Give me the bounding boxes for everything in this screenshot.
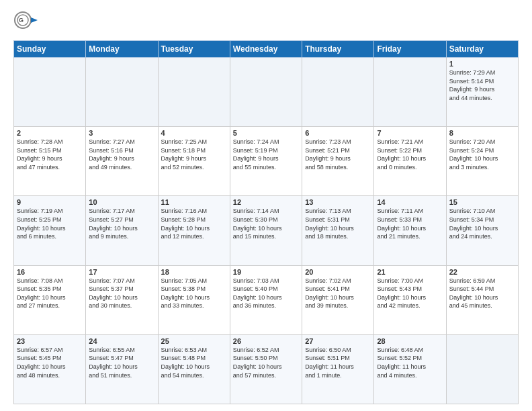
calendar-cell: 25Sunrise: 6:53 AM Sunset: 5:48 PM Dayli… [158, 334, 230, 404]
calendar-week-2: 2Sunrise: 7:28 AM Sunset: 5:15 PM Daylig… [14, 127, 519, 196]
day-info: Sunrise: 7:03 AM Sunset: 5:40 PM Dayligh… [233, 277, 299, 310]
calendar-cell: 17Sunrise: 7:07 AM Sunset: 5:37 PM Dayli… [86, 265, 158, 334]
calendar-body: 1Sunrise: 7:29 AM Sunset: 5:14 PM Daylig… [14, 58, 519, 404]
day-info: Sunrise: 7:29 AM Sunset: 5:14 PM Dayligh… [449, 68, 515, 102]
day-number: 17 [89, 268, 154, 276]
svg-text:G: G [19, 17, 24, 24]
day-number: 27 [305, 337, 371, 345]
calendar-cell: 1Sunrise: 7:29 AM Sunset: 5:14 PM Daylig… [446, 58, 518, 127]
day-number: 11 [161, 198, 227, 206]
calendar-cell: 6Sunrise: 7:23 AM Sunset: 5:21 PM Daylig… [302, 127, 374, 196]
calendar-cell: 13Sunrise: 7:13 AM Sunset: 5:31 PM Dayli… [302, 196, 374, 265]
weekday-header-thursday: Thursday [302, 41, 374, 58]
calendar-cell: 23Sunrise: 6:57 AM Sunset: 5:45 PM Dayli… [14, 334, 86, 404]
logo: G [13, 11, 39, 35]
calendar-cell: 16Sunrise: 7:08 AM Sunset: 5:35 PM Dayli… [14, 265, 86, 334]
day-number: 2 [17, 129, 83, 137]
day-number: 12 [233, 198, 299, 206]
calendar-cell: 7Sunrise: 7:21 AM Sunset: 5:22 PM Daylig… [374, 127, 446, 196]
day-info: Sunrise: 6:53 AM Sunset: 5:48 PM Dayligh… [161, 346, 227, 379]
day-info: Sunrise: 7:27 AM Sunset: 5:16 PM Dayligh… [89, 138, 154, 171]
calendar-cell [230, 58, 302, 127]
day-info: Sunrise: 6:55 AM Sunset: 5:47 PM Dayligh… [89, 346, 154, 379]
calendar-cell [374, 58, 446, 127]
calendar-cell: 9Sunrise: 7:19 AM Sunset: 5:25 PM Daylig… [14, 196, 86, 265]
calendar-cell: 4Sunrise: 7:25 AM Sunset: 5:18 PM Daylig… [158, 127, 230, 196]
weekday-header-wednesday: Wednesday [230, 41, 302, 58]
day-number: 15 [449, 198, 515, 206]
weekday-header-saturday: Saturday [446, 41, 518, 58]
day-number: 14 [377, 198, 443, 206]
day-number: 10 [89, 198, 154, 206]
calendar-cell [446, 334, 518, 404]
day-number: 25 [161, 337, 227, 345]
day-info: Sunrise: 7:08 AM Sunset: 5:35 PM Dayligh… [17, 277, 83, 310]
calendar-cell: 11Sunrise: 7:16 AM Sunset: 5:28 PM Dayli… [158, 196, 230, 265]
calendar-cell: 20Sunrise: 7:02 AM Sunset: 5:41 PM Dayli… [302, 265, 374, 334]
day-info: Sunrise: 7:00 AM Sunset: 5:43 PM Dayligh… [377, 277, 443, 310]
day-number: 21 [377, 268, 443, 276]
svg-marker-3 [31, 17, 38, 23]
weekday-header-tuesday: Tuesday [158, 41, 230, 58]
day-number: 1 [449, 60, 515, 68]
day-number: 19 [233, 268, 299, 276]
calendar-cell: 27Sunrise: 6:50 AM Sunset: 5:51 PM Dayli… [302, 334, 374, 404]
day-number: 16 [17, 268, 83, 276]
calendar-cell: 2Sunrise: 7:28 AM Sunset: 5:15 PM Daylig… [14, 127, 86, 196]
calendar-cell: 15Sunrise: 7:10 AM Sunset: 5:34 PM Dayli… [446, 196, 518, 265]
day-number: 13 [305, 198, 371, 206]
day-info: Sunrise: 7:02 AM Sunset: 5:41 PM Dayligh… [305, 277, 371, 310]
day-number: 28 [377, 337, 443, 345]
calendar-cell [86, 58, 158, 127]
day-info: Sunrise: 7:10 AM Sunset: 5:34 PM Dayligh… [449, 207, 515, 240]
day-info: Sunrise: 6:50 AM Sunset: 5:51 PM Dayligh… [305, 346, 371, 379]
day-number: 9 [17, 198, 83, 206]
calendar-cell: 19Sunrise: 7:03 AM Sunset: 5:40 PM Dayli… [230, 265, 302, 334]
day-info: Sunrise: 7:20 AM Sunset: 5:24 PM Dayligh… [449, 138, 515, 171]
calendar-cell: 24Sunrise: 6:55 AM Sunset: 5:47 PM Dayli… [86, 334, 158, 404]
weekday-header-friday: Friday [374, 41, 446, 58]
day-info: Sunrise: 7:28 AM Sunset: 5:15 PM Dayligh… [17, 138, 83, 171]
calendar-cell: 21Sunrise: 7:00 AM Sunset: 5:43 PM Dayli… [374, 265, 446, 334]
day-info: Sunrise: 7:13 AM Sunset: 5:31 PM Dayligh… [305, 207, 371, 240]
day-info: Sunrise: 6:48 AM Sunset: 5:52 PM Dayligh… [377, 346, 443, 379]
calendar-cell: 22Sunrise: 6:59 AM Sunset: 5:44 PM Dayli… [446, 265, 518, 334]
calendar-cell: 10Sunrise: 7:17 AM Sunset: 5:27 PM Dayli… [86, 196, 158, 265]
day-number: 8 [449, 129, 515, 137]
page-header: G [13, 11, 519, 35]
weekday-header-sunday: Sunday [14, 41, 86, 58]
day-info: Sunrise: 7:11 AM Sunset: 5:33 PM Dayligh… [377, 207, 443, 240]
calendar-cell [158, 58, 230, 127]
day-number: 26 [233, 337, 299, 345]
calendar-cell [14, 58, 86, 127]
calendar-cell: 8Sunrise: 7:20 AM Sunset: 5:24 PM Daylig… [446, 127, 518, 196]
day-info: Sunrise: 7:19 AM Sunset: 5:25 PM Dayligh… [17, 207, 83, 240]
day-number: 22 [449, 268, 515, 276]
day-info: Sunrise: 7:24 AM Sunset: 5:19 PM Dayligh… [233, 138, 299, 171]
day-info: Sunrise: 7:25 AM Sunset: 5:18 PM Dayligh… [161, 138, 227, 171]
calendar-cell: 18Sunrise: 7:05 AM Sunset: 5:38 PM Dayli… [158, 265, 230, 334]
day-info: Sunrise: 7:23 AM Sunset: 5:21 PM Dayligh… [305, 138, 371, 171]
calendar-week-5: 23Sunrise: 6:57 AM Sunset: 5:45 PM Dayli… [14, 334, 519, 404]
logo-icon: G [13, 11, 38, 35]
day-number: 20 [305, 268, 371, 276]
day-number: 6 [305, 129, 371, 137]
day-info: Sunrise: 7:21 AM Sunset: 5:22 PM Dayligh… [377, 138, 443, 171]
day-number: 5 [233, 129, 299, 137]
calendar-cell: 3Sunrise: 7:27 AM Sunset: 5:16 PM Daylig… [86, 127, 158, 196]
calendar-cell: 12Sunrise: 7:14 AM Sunset: 5:30 PM Dayli… [230, 196, 302, 265]
calendar-table: SundayMondayTuesdayWednesdayThursdayFrid… [13, 40, 519, 404]
calendar-week-4: 16Sunrise: 7:08 AM Sunset: 5:35 PM Dayli… [14, 265, 519, 334]
day-number: 4 [161, 129, 227, 137]
calendar-week-1: 1Sunrise: 7:29 AM Sunset: 5:14 PM Daylig… [14, 58, 519, 127]
day-number: 7 [377, 129, 443, 137]
day-number: 3 [89, 129, 154, 137]
day-info: Sunrise: 6:52 AM Sunset: 5:50 PM Dayligh… [233, 346, 299, 379]
day-info: Sunrise: 7:17 AM Sunset: 5:27 PM Dayligh… [89, 207, 154, 240]
calendar-header-row: SundayMondayTuesdayWednesdayThursdayFrid… [14, 41, 519, 58]
day-info: Sunrise: 7:14 AM Sunset: 5:30 PM Dayligh… [233, 207, 299, 240]
day-number: 18 [161, 268, 227, 276]
calendar-cell [302, 58, 374, 127]
day-number: 23 [17, 337, 83, 345]
calendar-cell: 28Sunrise: 6:48 AM Sunset: 5:52 PM Dayli… [374, 334, 446, 404]
